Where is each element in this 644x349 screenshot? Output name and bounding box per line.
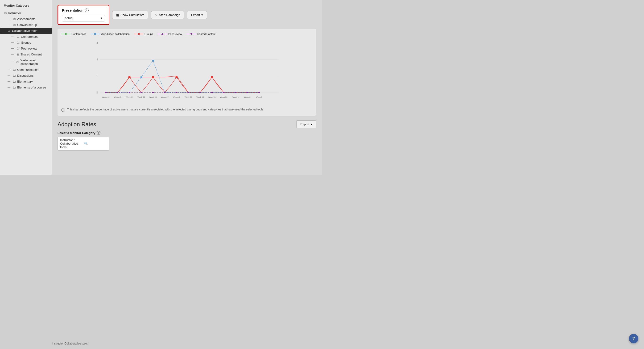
sidebar-label-elements-of-course: Elements of a course — [17, 86, 46, 89]
sidebar-item-web-based[interactable]: 🗂 Web-based collaboration — [0, 57, 52, 67]
start-campaign-button[interactable]: ▷ Start Campaign — [151, 11, 184, 19]
folder-icon: 🗂 — [4, 11, 7, 15]
dash-icon — [11, 62, 14, 62]
folder-icon: 🗂 — [16, 41, 20, 44]
actual-value: Actual — [64, 16, 73, 20]
presentation-info-icon[interactable]: i — [85, 9, 89, 12]
dash-icon — [11, 48, 14, 49]
svg-rect-29 — [117, 92, 118, 93]
chevron-down-icon: ▾ — [201, 13, 203, 17]
sidebar-item-conferences[interactable]: 🗂 Conferences — [0, 34, 52, 40]
main-content: Presentation i Actual ▾ ▦ Show Cumulativ… — [52, 0, 322, 175]
svg-rect-41 — [258, 92, 260, 93]
adoption-export-button[interactable]: Export ▾ — [296, 120, 316, 128]
svg-text:Week 52: Week 52 — [220, 96, 228, 98]
actual-dropdown[interactable]: Actual ▾ — [62, 15, 105, 22]
svg-point-24 — [176, 76, 178, 78]
sidebar-label-peer-review: Peer review — [21, 47, 37, 50]
sidebar-item-elementary[interactable]: 🗂 Elementary — [0, 79, 52, 85]
folder-icon: 🗂 — [13, 74, 16, 77]
svg-rect-38 — [223, 92, 224, 93]
svg-text:Week 1: Week 1 — [232, 96, 239, 98]
svg-text:Week 47: Week 47 — [161, 96, 168, 98]
monitor-category-value: Instructor / Collaborative tools — [60, 138, 83, 149]
svg-rect-39 — [235, 92, 236, 93]
svg-text:0: 0 — [96, 91, 98, 94]
bar-chart-icon: ▦ — [116, 13, 119, 17]
info-icon: i — [61, 108, 65, 112]
svg-text:Week 3: Week 3 — [256, 96, 262, 98]
sidebar-title: Monitor Category — [0, 4, 52, 10]
dash-icon — [8, 70, 10, 70]
legend-web-based: Web-based collaboration — [91, 33, 130, 35]
folder-icon: 🗂 — [13, 80, 16, 83]
sidebar-item-peer-review[interactable]: 🗂 Peer review — [0, 46, 52, 52]
sidebar-label-communication: Communication — [17, 68, 38, 72]
svg-rect-34 — [176, 92, 177, 93]
sidebar-item-instructor[interactable]: 🗂 Instructor — [0, 10, 52, 16]
svg-text:Week 48: Week 48 — [173, 96, 180, 98]
svg-rect-35 — [188, 92, 189, 93]
chart-legend: Conferences Web-based collaboration — [61, 33, 312, 35]
adoption-export-label: Export — [300, 123, 309, 126]
sidebar-label-elementary: Elementary — [17, 80, 33, 83]
sidebar-label-conferences: Conferences — [21, 35, 38, 39]
chevron-down-icon: ▾ — [101, 16, 102, 20]
legend-peer-review-label: Peer review — [168, 33, 182, 35]
monitor-category-input[interactable]: Instructor / Collaborative tools 🔍 — [58, 137, 110, 151]
svg-text:Week 49: Week 49 — [184, 96, 192, 98]
sidebar-item-elements-of-course[interactable]: 🗂 Elements of a course — [0, 85, 52, 90]
svg-text:Week 42: Week 42 — [102, 96, 110, 98]
dash-icon — [8, 19, 10, 19]
play-icon: ▷ — [155, 13, 158, 17]
svg-text:3: 3 — [96, 42, 98, 44]
svg-text:Week 46: Week 46 — [149, 96, 157, 98]
svg-rect-26 — [140, 77, 142, 78]
bar-chart-icon: ▦ — [16, 53, 19, 56]
dash-icon — [8, 87, 10, 88]
chart-svg: 3 2 1 0 Week 42 Week 43 Week 44 Week 45 … — [61, 38, 312, 105]
presentation-title: Presentation — [62, 8, 84, 12]
sidebar-item-shared-content[interactable]: ▦ Shared Content — [0, 52, 52, 57]
svg-rect-27 — [152, 60, 154, 62]
presentation-header: Presentation i — [62, 8, 105, 12]
legend-shared-content-label: Shared Content — [197, 33, 216, 35]
svg-point-23 — [152, 76, 154, 78]
chart-note: i This chart reflects the percentage of … — [61, 108, 312, 112]
chart-container: Conferences Web-based collaboration — [58, 29, 316, 116]
monitor-category-label: Select a Monitor Category i — [58, 131, 316, 135]
shared-content-triangle — [190, 33, 192, 35]
dash-icon — [11, 43, 14, 43]
svg-text:Week 50: Week 50 — [196, 96, 204, 98]
legend-groups-label: Groups — [144, 33, 153, 35]
svg-text:Week 51: Week 51 — [208, 96, 216, 98]
folder-icon: 🗂 — [13, 17, 16, 21]
svg-rect-33 — [164, 92, 166, 93]
sidebar-item-discussions[interactable]: 🗂 Discussions — [0, 73, 52, 79]
folder-icon: 🗂 — [16, 47, 20, 50]
svg-rect-28 — [105, 92, 106, 93]
dash-icon — [8, 25, 10, 25]
show-cumulative-label: Show Cumulative — [120, 13, 144, 17]
svg-point-25 — [211, 76, 213, 78]
folder-icon: 🗂 — [16, 60, 19, 64]
monitor-info-icon[interactable]: i — [97, 131, 100, 135]
sidebar-item-communication[interactable]: 🗂 Communication — [0, 67, 52, 73]
sidebar-label-groups: Groups — [21, 41, 31, 44]
show-cumulative-button[interactable]: ▦ Show Cumulative — [112, 11, 148, 19]
dash-icon — [11, 37, 14, 37]
sidebar-item-collaborative-tools[interactable]: 🗂 Collaborative tools — [0, 28, 52, 34]
sidebar-item-assessments[interactable]: 🗂 Assessments — [0, 16, 52, 22]
export-label: Export — [191, 13, 200, 17]
legend-shared-content: Shared Content — [187, 33, 216, 35]
search-icon: 🔍 — [84, 142, 107, 145]
folder-icon: 🗂 — [13, 23, 16, 27]
sidebar-item-groups[interactable]: 🗂 Groups — [0, 40, 52, 46]
svg-rect-37 — [211, 92, 212, 93]
svg-rect-36 — [200, 92, 201, 93]
export-button[interactable]: Export ▾ — [187, 11, 207, 19]
sidebar-item-canvas-setup[interactable]: 🗂 Canvas set-up — [0, 22, 52, 28]
svg-rect-31 — [140, 92, 142, 93]
sidebar-label-assessments: Assessments — [17, 17, 35, 21]
dash-icon — [8, 81, 10, 82]
